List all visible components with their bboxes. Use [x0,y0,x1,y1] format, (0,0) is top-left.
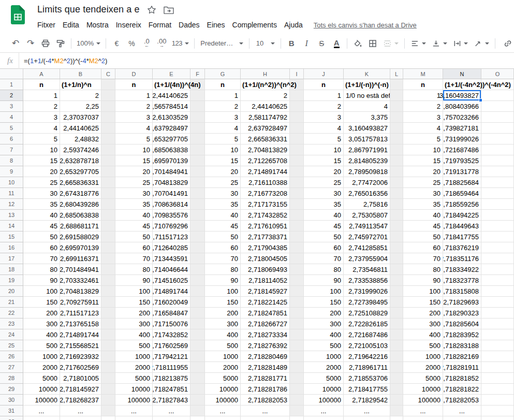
cell-F23[interactable] [190,318,205,329]
menu-insereix[interactable]: Insereix [112,19,145,31]
cell-M10[interactable]: 25 [403,177,443,188]
cell-B24[interactable]: 2,714891744 [60,329,101,340]
cell-O27[interactable] [481,362,514,373]
cell-I4[interactable] [290,112,304,123]
row-header-12[interactable]: 12 [0,199,23,210]
cell-L11[interactable] [390,188,403,199]
cell-J16[interactable]: 60 [304,242,344,253]
cell-M12[interactable]: 35 [403,199,443,210]
column-header-O[interactable]: O [481,69,514,79]
cell-H2[interactable]: 2 [241,90,290,101]
column-header-G[interactable]: G [205,69,241,79]
cell-D32[interactable] [115,416,153,420]
cell-O2[interactable] [481,90,514,101]
cell-A3[interactable]: 2 [23,101,60,112]
cell-H23[interactable]: 2,718266727 [241,318,290,329]
cell-L17[interactable] [390,253,403,264]
cell-A10[interactable]: 25 [23,177,60,188]
cell-G10[interactable]: 25 [205,177,241,188]
cell-L28[interactable] [390,373,403,384]
cell-K18[interactable]: 2,73546811 [344,264,390,275]
cell-O26[interactable] [481,351,514,362]
cell-H29[interactable]: 2,718281786 [241,384,290,395]
cell-D25[interactable]: 500 [115,340,153,351]
cell-H15[interactable]: 2,717738371 [241,231,290,242]
cell-M18[interactable]: 80 [403,264,443,275]
cell-J22[interactable]: 200 [304,308,344,318]
cell-A32[interactable] [23,416,60,420]
cell-M25[interactable]: 500 [403,340,443,351]
print-button[interactable] [39,37,52,50]
cell-M24[interactable]: 400 [403,329,443,340]
cell-O8[interactable] [481,155,514,166]
menu-complements[interactable]: Complements [229,19,281,31]
row-header-20[interactable]: 20 [0,286,23,297]
cell-G6[interactable]: 5 [205,134,241,144]
cell-F22[interactable] [190,308,205,318]
italic-button[interactable]: I [300,37,313,50]
cell-A21[interactable]: 150 [23,297,60,308]
increase-decimals-button[interactable]: .00 → [155,37,168,50]
paint-format-button[interactable] [54,37,67,50]
cell-A7[interactable]: 10 [23,144,60,155]
cell-I22[interactable] [290,308,304,318]
cell-J12[interactable]: 35 [304,199,344,210]
cell-F2[interactable] [190,90,205,101]
cell-N30[interactable]: 2,718282053 [443,395,481,405]
cell-M2[interactable]: 1 [403,90,443,101]
cell-M27[interactable]: 2000 [403,362,443,373]
cell-N4[interactable]: 2,757023266 [443,112,481,123]
cell-O31[interactable] [481,405,514,416]
cell-A9[interactable]: 20 [23,166,60,177]
cell-D13[interactable]: 40 [115,210,153,221]
row-header-15[interactable]: 15 [0,231,23,242]
cell-M30[interactable]: 100000 [403,395,443,405]
cell-J7[interactable]: 10 [304,144,344,155]
cell-F15[interactable] [190,231,205,242]
cell-B30[interactable]: 2,718268237 [60,395,101,405]
cell-G17[interactable]: 70 [205,253,241,264]
cell-H20[interactable]: 2,718145927 [241,286,290,297]
cell-D3[interactable]: 2 [115,101,153,112]
cell-H26[interactable]: 2,718280469 [241,351,290,362]
cell-J15[interactable]: 50 [304,231,344,242]
cell-I27[interactable] [290,362,304,373]
cell-D21[interactable]: 150 [115,297,153,308]
cell-F20[interactable] [190,286,205,297]
cell-A4[interactable]: 3 [23,112,60,123]
cell-H7[interactable]: 2,704813829 [241,144,290,155]
cell-C16[interactable] [101,242,115,253]
cell-H21[interactable]: 2,718221425 [241,297,290,308]
column-header-L[interactable]: L [390,69,403,79]
cell-K12[interactable]: 2,75816 [344,199,390,210]
cell-C13[interactable] [101,210,115,221]
cell-C14[interactable] [101,221,115,231]
cell-B9[interactable]: 2,653297705 [60,166,101,177]
cell-B2[interactable]: 2 [60,90,101,101]
cell-K16[interactable]: 2,741285851 [344,242,390,253]
cell-B25[interactable]: 2,715568521 [60,340,101,351]
cell-E26[interactable]: 2,717942121 [153,351,190,362]
cell-J27[interactable]: 2000 [304,362,344,373]
cell-L3[interactable] [390,101,403,112]
cell-E5[interactable]: 2,637928497 [153,123,190,134]
cell-L29[interactable] [390,384,403,395]
cell-J24[interactable]: 400 [304,329,344,340]
cell-B19[interactable]: 2,703332461 [60,275,101,286]
cell-G3[interactable]: 2 [205,101,241,112]
cell-G31[interactable]: ... [205,405,241,416]
cell-K27[interactable]: 2,718961711 [344,362,390,373]
cell-G21[interactable]: 150 [205,297,241,308]
cell-L10[interactable] [390,177,403,188]
cell-B31[interactable]: ... [60,405,101,416]
cell-L27[interactable] [390,362,403,373]
cell-C25[interactable] [101,340,115,351]
cell-I14[interactable] [290,221,304,231]
cell-J13[interactable]: 40 [304,210,344,221]
move-to-folder-icon[interactable] [164,6,174,14]
cell-M31[interactable]: ... [403,405,443,416]
cell-G28[interactable]: 5000 [205,373,241,384]
cell-D18[interactable]: 80 [115,264,153,275]
cell-G11[interactable]: 30 [205,188,241,199]
cell-C3[interactable] [101,101,115,112]
